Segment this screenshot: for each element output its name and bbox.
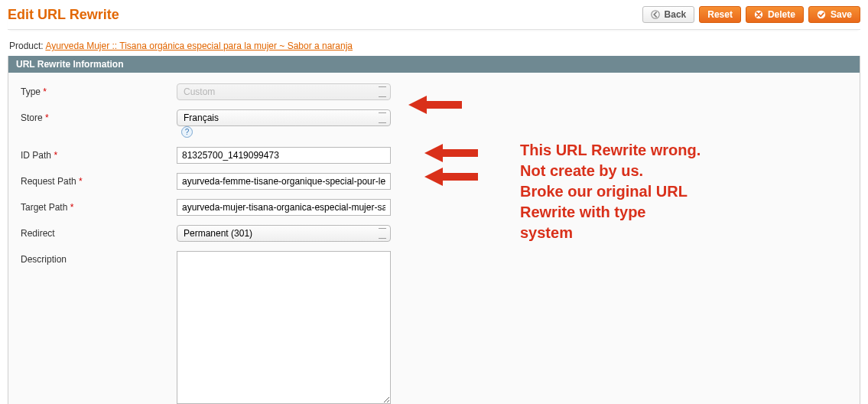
back-arrow-icon bbox=[651, 10, 660, 19]
store-select[interactable]: Français bbox=[177, 109, 391, 126]
check-icon bbox=[817, 10, 826, 19]
required-mark: * bbox=[45, 112, 49, 123]
back-button[interactable]: Back bbox=[642, 6, 695, 23]
page-header: Edit URL Rewrite Back Reset Delete bbox=[8, 5, 860, 30]
id-path-input[interactable] bbox=[177, 147, 391, 164]
type-label: Type bbox=[21, 86, 41, 97]
reset-button[interactable]: Reset bbox=[699, 6, 741, 23]
request-path-input[interactable] bbox=[177, 173, 391, 190]
product-link[interactable]: Ayurveda Mujer :: Tisana orgánica especi… bbox=[45, 41, 353, 51]
store-label: Store bbox=[21, 112, 43, 123]
description-label: Description bbox=[21, 254, 67, 265]
product-line: Product: Ayurveda Mujer :: Tisana orgáni… bbox=[9, 41, 860, 51]
reset-button-label: Reset bbox=[707, 9, 733, 20]
required-mark: * bbox=[43, 86, 47, 97]
panel-title: URL Rewrite Information bbox=[8, 56, 860, 73]
type-select: Custom bbox=[177, 83, 391, 100]
id-path-label: ID Path bbox=[21, 150, 51, 161]
delete-button-label: Delete bbox=[768, 9, 795, 20]
redirect-select[interactable]: Permanent (301) bbox=[177, 225, 391, 242]
required-mark: * bbox=[79, 176, 83, 187]
target-path-label: Target Path bbox=[21, 202, 67, 213]
save-button[interactable]: Save bbox=[808, 6, 860, 23]
product-label: Product: bbox=[9, 41, 44, 51]
delete-button[interactable]: Delete bbox=[746, 6, 804, 23]
back-button-label: Back bbox=[665, 9, 687, 20]
description-textarea[interactable] bbox=[177, 251, 391, 404]
request-path-label: Request Path bbox=[21, 176, 76, 187]
required-mark: * bbox=[54, 150, 57, 161]
page-title: Edit URL Rewrite bbox=[8, 7, 119, 23]
target-path-input[interactable] bbox=[177, 199, 391, 216]
svg-point-0 bbox=[651, 11, 658, 18]
help-icon[interactable]: ? bbox=[181, 126, 193, 138]
required-mark: * bbox=[70, 202, 74, 213]
redirect-label: Redirect bbox=[21, 228, 55, 239]
delete-icon bbox=[754, 10, 763, 19]
url-rewrite-panel: URL Rewrite Information Type * Custom St… bbox=[8, 56, 860, 404]
button-bar: Back Reset Delete Save bbox=[642, 6, 860, 23]
save-button-label: Save bbox=[831, 9, 852, 20]
